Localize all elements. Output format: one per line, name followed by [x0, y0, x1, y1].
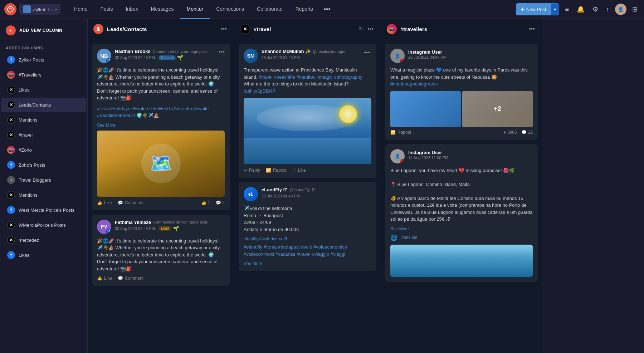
status-dot	[400, 59, 405, 63]
post-content: Blue Lagoon, you have my heart 💔 missing…	[390, 167, 533, 223]
post-content: What a magical place 💙 one of my favorit…	[390, 67, 533, 88]
like-label: Like	[104, 276, 112, 281]
twitter-column-icon: ✕	[240, 24, 250, 34]
like-icon: ♡	[292, 168, 296, 173]
post-author-name: Instagram User	[408, 49, 442, 55]
facebook-icon: f	[7, 206, 15, 214]
post-timestamp: 30 Aug 2023 02:45 PM	[115, 226, 155, 231]
brand-selector[interactable]: Zylker T... ▾	[19, 4, 60, 15]
post-shannon-header: SM Shannon McMullan ✨ @manitoulinmagic 1…	[244, 49, 371, 63]
nav-more-icon[interactable]: •••	[319, 6, 335, 13]
column-leads-menu-button[interactable]: •••	[219, 25, 228, 33]
post-menu-button[interactable]: •••	[362, 49, 371, 57]
sidebar-item-likes-2[interactable]: f Likes	[1, 248, 86, 262]
sidebar-item-travellers[interactable]: 📷 #Travellers	[1, 68, 86, 82]
comment-icon: 💬	[118, 200, 123, 205]
see-more-link[interactable]: See More	[97, 123, 225, 128]
sidebar-item-wmercia-posts[interactable]: ✕ WMerciaPolice's Posts	[1, 218, 86, 232]
nav-monitor[interactable]: Monitor	[180, 0, 210, 19]
nav-collaborate[interactable]: Collaborate	[250, 0, 289, 19]
post-insta1-meta: Instagram User 29 Jul 2021 04:47 PM	[408, 49, 533, 59]
post-image: 🗺️	[97, 131, 225, 197]
nav-home[interactable]: Home	[68, 0, 94, 19]
post-sea-image	[244, 98, 371, 164]
post-shannon-meta: Shannon McMullan ✨ @manitoulinmagic 13 J…	[262, 49, 359, 60]
like-button[interactable]: ♡ Like	[292, 168, 306, 173]
column-travel-menu-button[interactable]: •••	[366, 25, 375, 33]
like-button[interactable]: 👍 Like	[97, 276, 112, 281]
sidebar-item-mercedez[interactable]: ✕ mercedez	[1, 233, 86, 247]
sidebar-item-leads-contacts[interactable]: ✕ Leads/Contacts	[1, 98, 86, 112]
lead-tag: Lead	[158, 226, 171, 231]
sidebar-item-zohos-posts[interactable]: f Zoho's Posts	[1, 158, 86, 172]
new-post-button[interactable]: + New Post	[516, 3, 551, 15]
user-avatar[interactable]: 👤	[615, 4, 626, 15]
see-more-link[interactable]: See More	[390, 226, 533, 231]
post-actions: ↩ Reply 🔁 Repost ♡ Like	[244, 168, 371, 173]
x-icon: ✕	[7, 101, 15, 109]
elandfly-link[interactable]: elandfly.it/voli-ricerca?f...	[244, 236, 371, 241]
sidebar-item-travel-bloggers[interactable]: ✦ Travel Bloggers	[1, 173, 86, 187]
post-shannon-avatar: SM	[244, 49, 258, 63]
facebook-badge-icon: f	[106, 229, 111, 234]
post-menu-icon[interactable]: •••	[219, 49, 225, 55]
translate-link[interactable]: Translate	[400, 235, 418, 240]
reply-button[interactable]: ↩ Reply	[244, 168, 260, 173]
post-elandfly: eL eLandFly IT @eLandFly_IT 13 Jul 2023 …	[239, 182, 376, 271]
post-handle: @eLandFly_IT	[289, 188, 315, 192]
post-content: 🎉🌐🚀 It's time to celebrate the upcoming …	[97, 67, 225, 102]
column-leads-contacts: Leads/Contacts ••• NB f Naatha	[88, 19, 234, 353]
nav-connections[interactable]: Connections	[210, 0, 250, 19]
column-travellers-actions: •••	[527, 25, 536, 33]
nav-inbox[interactable]: Inbox	[119, 0, 144, 19]
facebook-icon: f	[7, 251, 15, 259]
nav-reports[interactable]: Reports	[289, 0, 319, 19]
refresh-icon[interactable]: ↻	[359, 26, 363, 32]
post-insta1-header: 👤 Instagram User 29 Jul 2021 04:47 PM	[390, 49, 533, 63]
instagram-icon: 📷	[7, 71, 15, 79]
nav-messages[interactable]: Messages	[145, 0, 180, 19]
translate-row: 🌐 Translate	[390, 234, 533, 241]
post-naathan-header: NB f Naathan Brooks Commented on your pa…	[97, 49, 225, 63]
sidebar-item-west-mercia[interactable]: f West Mercia Police's Posts	[1, 203, 86, 217]
new-post-dropdown-button[interactable]: ▾	[551, 4, 559, 15]
settings-button[interactable]: ⚙	[590, 4, 600, 15]
like-label: Like	[104, 200, 112, 205]
post-insta-user-2: 👤 Instagram User 14 Aug 2023 11:00 PM Bl…	[385, 144, 538, 282]
like-button[interactable]: 👍 Like	[97, 200, 112, 205]
post-elandfly-meta: eLandFly IT @eLandFly_IT 13 Jul 2023 04:…	[262, 187, 371, 199]
status-dot	[400, 159, 405, 163]
column-travel-body: SM Shannon McMullan ✨ @manitoulinmagic 1…	[234, 39, 381, 353]
comment-count: 💬 2	[216, 200, 225, 205]
like-icon: 👍	[97, 276, 102, 281]
like-count: 👍 1	[201, 200, 210, 205]
post-naathan-avatar: NB f	[97, 49, 111, 63]
column-travel-header: ✕ #travel ↻ •••	[234, 19, 381, 39]
comment-button[interactable]: 💬 Comment	[118, 200, 143, 205]
column-travel: ✕ #travel ↻ ••• SM Shannon	[234, 19, 381, 353]
post-timestamp: 13 Jul 2023 04:43 PM	[262, 194, 300, 198]
repost-button[interactable]: 🔁 Repost	[390, 130, 411, 135]
notifications-button[interactable]: 🔔	[575, 4, 587, 15]
app-logo[interactable]	[4, 3, 16, 15]
post-insta-user-1: 👤 Instagram User 29 Jul 2021 04:47 PM Wh…	[385, 44, 538, 140]
sidebar-item-zoho[interactable]: 📷 #Zoho	[1, 143, 86, 157]
column-travellers-menu-button[interactable]: •••	[527, 25, 536, 33]
sidebar-item-travel[interactable]: ✕ #travel	[1, 128, 86, 142]
sidebar-item-likes-1[interactable]: ✕ Likes	[1, 83, 86, 97]
repost-button[interactable]: 🔁 Repost	[266, 168, 287, 173]
post-timestamp: 29 Jul 2021 04:47 PM	[408, 55, 533, 59]
apps-button[interactable]: ⊞	[630, 4, 640, 15]
sidebar-item-mentions-1[interactable]: ✕ Mentions	[1, 113, 86, 127]
add-new-column-button[interactable]: + ADD NEW COLUMN	[0, 19, 87, 42]
menu-toggle-button[interactable]: ≡	[563, 4, 571, 15]
see-more-link[interactable]: See More	[244, 261, 371, 266]
sidebar-item-label: #Zoho	[19, 147, 32, 153]
sidebar-item-mentions-2[interactable]: ✕ Mentions	[1, 188, 86, 202]
nav-posts[interactable]: Posts	[94, 0, 119, 19]
share-button[interactable]: ↑	[604, 4, 611, 15]
post-elandfly-header: eL eLandFly IT @eLandFly_IT 13 Jul 2023 …	[244, 187, 371, 201]
sidebar-item-zylker-posts[interactable]: f Zylker Posts	[1, 53, 86, 67]
instagram-column-icon: 📷	[387, 24, 397, 34]
comment-button[interactable]: 💬 Comment	[118, 276, 143, 281]
